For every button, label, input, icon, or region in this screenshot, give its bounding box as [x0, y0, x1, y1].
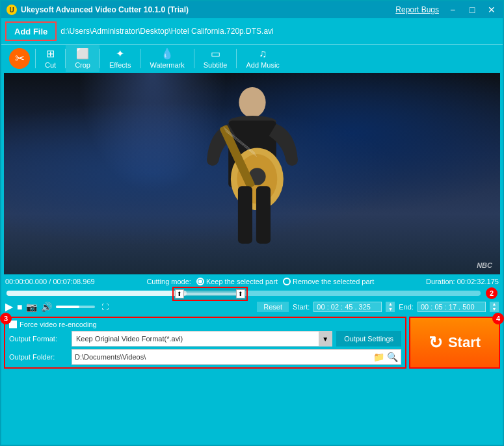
reset-button[interactable]: Reset [257, 302, 289, 312]
start-button-label: Start [448, 334, 481, 351]
right-marker[interactable]: ⬆ [236, 289, 245, 298]
format-label: Output Format: [9, 335, 68, 343]
toolbar-item-subtitle[interactable]: ▭ Subtitle [194, 45, 237, 72]
badge-2: 2 [486, 287, 497, 299]
bottom-wrapper: 3 Force video re-encoding Output Format:… [1, 315, 503, 371]
folder-row: Output Folder: D:\Documents\Videos\ 📁 🔍 [9, 349, 401, 365]
toolbar-item-effects[interactable]: ✦ Effects [100, 45, 140, 72]
total-time: 00:07:08.969 [53, 278, 94, 285]
close-button[interactable]: ✕ [486, 4, 497, 16]
duration-value: 00:02:32.175 [457, 278, 499, 285]
music-icon: ♫ [259, 48, 267, 60]
volume-slider[interactable] [56, 306, 95, 308]
format-dropdown-arrow[interactable]: ▼ [319, 331, 332, 347]
bottom-left: 3 Force video re-encoding Output Format:… [4, 317, 406, 369]
format-row: Output Format: Keep Original Video Forma… [9, 331, 401, 347]
add-music-label: Add Music [246, 61, 279, 69]
top-bar: Add File d:\Users\Administrator\Desktop\… [1, 18, 503, 44]
progress-track[interactable]: ⬆ ⬆ [7, 291, 481, 296]
toolbar-item-add-music[interactable]: ♫ Add Music [237, 45, 288, 72]
keep-selected-radio[interactable]: Keep the selected part [196, 278, 278, 285]
toolbar: ✂ ⊞ Cut ⬜ Crop ✦ Effects 💧 Watermark ▭ S… [1, 44, 503, 72]
app-icon: U [7, 5, 17, 15]
screenshot-button[interactable]: 📷 [26, 302, 37, 312]
end-time-up[interactable]: ▲ [490, 302, 499, 307]
crop-icon: ⬜ [76, 47, 89, 60]
effects-label: Effects [109, 61, 131, 69]
toolbar-item-watermark[interactable]: 💧 Watermark [140, 45, 193, 72]
current-time: 00:00:00.000 [5, 278, 47, 285]
controls-bar: 00:00:00.000 / 00:07:08.969 Cutting mode… [1, 276, 503, 315]
start-refresh-icon: ↻ [429, 333, 443, 353]
watermark-icon: 💧 [161, 47, 174, 60]
add-file-button[interactable]: Add File [5, 21, 57, 41]
title-bar: U Ukeysoft Advanced Video Cutter 10.1.0 … [1, 1, 503, 18]
output-settings-button[interactable]: Output Settings [336, 331, 401, 347]
cut-label: Cut [45, 61, 56, 69]
keep-selected-label: Keep the selected part [206, 278, 278, 285]
start-section[interactable]: 4 ↻ Start [409, 317, 500, 369]
svg-rect-12 [256, 186, 270, 243]
logo-icon: ✂ [9, 48, 30, 69]
badge-3: 3 [0, 313, 12, 324]
volume-button[interactable]: 🔊 [41, 302, 52, 312]
fullscreen-btn[interactable]: ⛶ [101, 303, 109, 311]
effects-icon: ✦ [116, 47, 124, 60]
force-encode-label: Force video re-encoding [20, 321, 97, 328]
start-time-input[interactable]: 00 : 02 : 45 . 325 [313, 302, 382, 312]
keep-selected-dot [196, 278, 204, 285]
duration-label: Duration: [426, 278, 455, 285]
subtitle-label: Subtitle [204, 61, 228, 69]
remove-selected-label: Remove the selected part [293, 278, 374, 285]
format-select-text: Keep Original Video Format(*.avi) [72, 334, 319, 344]
end-label: End: [399, 303, 414, 311]
start-time-up[interactable]: ▲ [386, 302, 395, 307]
minimize-button[interactable]: − [447, 4, 458, 16]
duration-display: Duration: 00:02:32.175 [426, 278, 499, 285]
end-time-spinner: ▲ ▼ [490, 302, 499, 312]
search-folder-icon[interactable]: 🔍 [387, 352, 398, 362]
file-path-display: d:\Users\Administrator\Desktop\Hotel Cal… [60, 27, 499, 36]
format-select[interactable]: Keep Original Video Format(*.avi) ▼ [72, 331, 332, 347]
folder-label: Output Folder: [9, 353, 68, 361]
selected-range [184, 293, 236, 295]
restore-button[interactable]: □ [466, 4, 478, 16]
cut-icon: ⊞ [46, 47, 55, 60]
folder-path-text: D:\Documents\Videos\ [75, 353, 373, 361]
subtitle-icon: ▭ [211, 47, 220, 60]
left-marker[interactable]: ⬆ [175, 289, 184, 298]
toolbar-item-cut[interactable]: ⊞ Cut [36, 45, 65, 72]
main-window: U Ukeysoft Advanced Video Cutter 10.1.0 … [0, 0, 504, 446]
start-time-down[interactable]: ▼ [386, 307, 395, 312]
watermark-label: Watermark [150, 61, 184, 69]
stop-button[interactable]: ■ [17, 302, 22, 312]
remove-selected-dot [283, 278, 291, 285]
progress-section: ⬆ ⬆ 2 [5, 287, 499, 299]
time-mode-row: 00:00:00.000 / 00:07:08.969 Cutting mode… [5, 278, 499, 285]
marker-region: ⬆ ⬆ [172, 287, 248, 301]
svg-rect-11 [237, 186, 252, 243]
window-title: Ukeysoft Advanced Video Cutter 10.1.0 (T… [21, 5, 189, 14]
cutting-mode-label: Cutting mode: [146, 278, 191, 285]
start-button-inner: ↻ Start [429, 333, 481, 353]
toolbar-item-crop[interactable]: ⬜ Crop [66, 45, 99, 72]
title-bar-right: Report Bugs − □ ✕ [395, 4, 497, 16]
time-display: 00:00:00.000 / 00:07:08.969 [5, 278, 95, 285]
cutting-mode: Cutting mode: Keep the selected part Rem… [146, 278, 374, 285]
start-label: Start: [293, 303, 310, 311]
remove-selected-radio[interactable]: Remove the selected part [283, 278, 374, 285]
force-encode-row: Force video re-encoding [9, 321, 401, 328]
nbc-watermark: NBC [477, 261, 492, 269]
video-area: NBC [4, 73, 500, 274]
end-time-down[interactable]: ▼ [490, 307, 499, 312]
crop-label: Crop [75, 61, 90, 69]
end-time-input[interactable]: 00 : 05 : 17 . 500 [418, 302, 486, 312]
play-button[interactable]: ▶ [5, 300, 13, 313]
progress-played [7, 291, 187, 296]
browse-folder-icon[interactable]: 📁 [373, 352, 384, 362]
guitarist-silhouette [116, 83, 389, 275]
logo-button[interactable]: ✂ [4, 46, 35, 72]
folder-icons: 📁 🔍 [373, 352, 398, 362]
report-bugs-link[interactable]: Report Bugs [395, 5, 439, 14]
badge-4: 4 [492, 313, 504, 324]
